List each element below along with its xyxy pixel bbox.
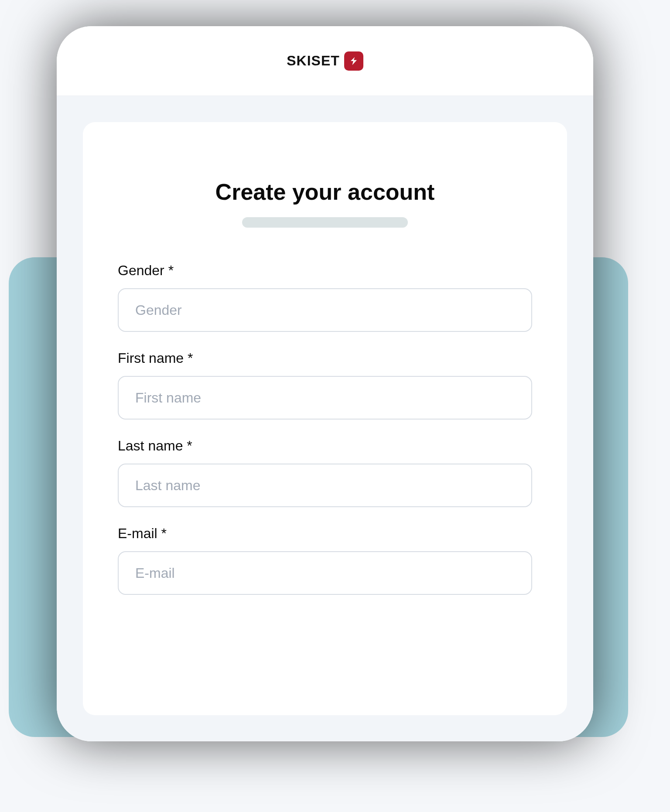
- gender-label: Gender *: [118, 263, 532, 279]
- brand-logo: SKISET: [287, 51, 363, 71]
- gender-field[interactable]: [118, 288, 532, 332]
- brand-name: SKISET: [287, 53, 340, 69]
- form-group-email: E-mail *: [118, 525, 532, 595]
- form-group-gender: Gender *: [118, 263, 532, 332]
- content-area: Create your account Gender * First name …: [57, 96, 593, 741]
- form-group-firstname: First name *: [118, 350, 532, 420]
- brand-badge-icon: [344, 51, 363, 71]
- form-group-lastname: Last name *: [118, 438, 532, 507]
- app-header: SKISET: [57, 26, 593, 96]
- device-frame: SKISET Create your account Gender * Firs…: [57, 26, 593, 741]
- email-label: E-mail *: [118, 525, 532, 542]
- email-field[interactable]: [118, 551, 532, 595]
- signup-card: Create your account Gender * First name …: [83, 122, 567, 715]
- first-name-field[interactable]: [118, 376, 532, 420]
- first-name-label: First name *: [118, 350, 532, 366]
- page-title: Create your account: [118, 179, 532, 205]
- progress-indicator: [242, 217, 408, 228]
- last-name-field[interactable]: [118, 464, 532, 507]
- last-name-label: Last name *: [118, 438, 532, 454]
